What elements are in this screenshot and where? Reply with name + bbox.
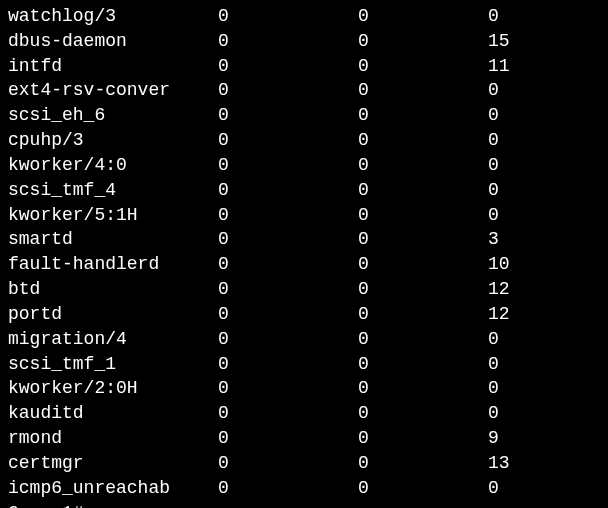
- process-row: certmgr0013: [8, 451, 600, 476]
- process-row: watchlog/3000: [8, 4, 600, 29]
- process-value-2: 0: [358, 476, 488, 501]
- process-row: btd0012: [8, 277, 600, 302]
- process-value-3: 12: [488, 277, 510, 302]
- process-name: btd: [8, 277, 218, 302]
- process-row: scsi_eh_6000: [8, 103, 600, 128]
- process-value-2: 0: [358, 54, 488, 79]
- process-value-1: 0: [218, 426, 358, 451]
- process-name: smartd: [8, 227, 218, 252]
- process-value-1: 0: [218, 4, 358, 29]
- process-name: kworker/5:1H: [8, 203, 218, 228]
- process-value-2: 0: [358, 426, 488, 451]
- process-value-3: 0: [488, 401, 499, 426]
- process-name: icmp6_unreachab: [8, 476, 218, 501]
- process-value-1: 0: [218, 29, 358, 54]
- process-value-1: 0: [218, 203, 358, 228]
- process-value-1: 0: [218, 153, 358, 178]
- process-value-1: 0: [218, 476, 358, 501]
- process-value-3: 0: [488, 376, 499, 401]
- process-value-1: 0: [218, 401, 358, 426]
- process-value-1: 0: [218, 54, 358, 79]
- process-value-1: 0: [218, 451, 358, 476]
- process-value-3: 10: [488, 252, 510, 277]
- process-name: kworker/2:0H: [8, 376, 218, 401]
- process-value-3: 0: [488, 128, 499, 153]
- process-name: migration/4: [8, 327, 218, 352]
- process-name: kauditd: [8, 401, 218, 426]
- process-name: intfd: [8, 54, 218, 79]
- process-value-2: 0: [358, 103, 488, 128]
- process-name: scsi_tmf_4: [8, 178, 218, 203]
- process-value-2: 0: [358, 252, 488, 277]
- process-value-1: 0: [218, 128, 358, 153]
- process-row: scsi_tmf_4000: [8, 178, 600, 203]
- process-value-2: 0: [358, 451, 488, 476]
- process-value-3: 0: [488, 327, 499, 352]
- process-value-3: 12: [488, 302, 510, 327]
- process-value-1: 0: [218, 178, 358, 203]
- process-value-3: 0: [488, 4, 499, 29]
- process-row: fault-handlerd0010: [8, 252, 600, 277]
- process-row: migration/4000: [8, 327, 600, 352]
- process-name: certmgr: [8, 451, 218, 476]
- process-value-3: 3: [488, 227, 499, 252]
- process-name: scsi_eh_6: [8, 103, 218, 128]
- process-value-3: 0: [488, 203, 499, 228]
- process-value-1: 0: [218, 252, 358, 277]
- process-value-2: 0: [358, 78, 488, 103]
- process-name: cpuhp/3: [8, 128, 218, 153]
- process-row: ext4-rsv-conver000: [8, 78, 600, 103]
- shell-prompt[interactable]: Core-1#: [8, 501, 600, 508]
- process-value-2: 0: [358, 277, 488, 302]
- process-value-3: 0: [488, 153, 499, 178]
- process-value-3: 13: [488, 451, 510, 476]
- process-value-2: 0: [358, 302, 488, 327]
- process-value-3: 0: [488, 78, 499, 103]
- process-value-1: 0: [218, 352, 358, 377]
- process-value-1: 0: [218, 78, 358, 103]
- process-value-2: 0: [358, 128, 488, 153]
- process-value-3: 0: [488, 352, 499, 377]
- process-row: rmond009: [8, 426, 600, 451]
- process-row: intfd0011: [8, 54, 600, 79]
- process-value-1: 0: [218, 277, 358, 302]
- process-name: dbus-daemon: [8, 29, 218, 54]
- process-name: portd: [8, 302, 218, 327]
- process-value-2: 0: [358, 4, 488, 29]
- process-value-3: 0: [488, 103, 499, 128]
- process-value-2: 0: [358, 401, 488, 426]
- process-name: rmond: [8, 426, 218, 451]
- process-row: kauditd000: [8, 401, 600, 426]
- process-value-1: 0: [218, 327, 358, 352]
- terminal-output: watchlog/3000dbus-daemon0015intfd0011ext…: [8, 4, 600, 501]
- process-row: dbus-daemon0015: [8, 29, 600, 54]
- process-value-2: 0: [358, 227, 488, 252]
- process-row: kworker/2:0H000: [8, 376, 600, 401]
- process-value-1: 0: [218, 227, 358, 252]
- process-row: kworker/4:0000: [8, 153, 600, 178]
- process-value-1: 0: [218, 302, 358, 327]
- process-value-1: 0: [218, 103, 358, 128]
- process-row: kworker/5:1H000: [8, 203, 600, 228]
- process-name: kworker/4:0: [8, 153, 218, 178]
- process-value-3: 9: [488, 426, 499, 451]
- process-value-2: 0: [358, 203, 488, 228]
- process-value-1: 0: [218, 376, 358, 401]
- process-row: cpuhp/3000: [8, 128, 600, 153]
- process-value-3: 11: [488, 54, 510, 79]
- process-row: scsi_tmf_1000: [8, 352, 600, 377]
- process-row: portd0012: [8, 302, 600, 327]
- process-value-2: 0: [358, 153, 488, 178]
- process-name: scsi_tmf_1: [8, 352, 218, 377]
- process-value-2: 0: [358, 376, 488, 401]
- process-value-2: 0: [358, 178, 488, 203]
- process-value-3: 0: [488, 476, 499, 501]
- process-value-3: 15: [488, 29, 510, 54]
- process-value-2: 0: [358, 29, 488, 54]
- process-value-2: 0: [358, 327, 488, 352]
- process-value-3: 0: [488, 178, 499, 203]
- process-row: icmp6_unreachab000: [8, 476, 600, 501]
- process-name: fault-handlerd: [8, 252, 218, 277]
- process-name: ext4-rsv-conver: [8, 78, 218, 103]
- process-row: smartd003: [8, 227, 600, 252]
